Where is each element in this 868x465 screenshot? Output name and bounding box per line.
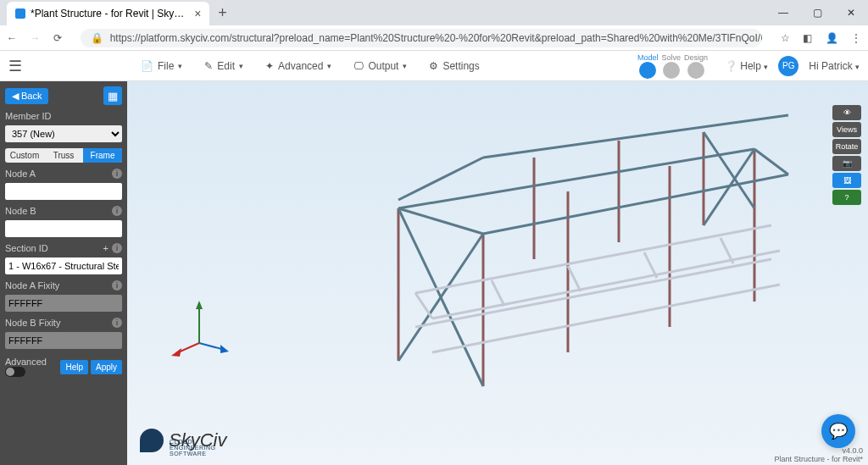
browser-tab[interactable]: *Plant Structure - for Revit | Sky… ×	[7, 2, 209, 25]
tab-truss[interactable]: Truss	[44, 148, 83, 163]
tab-custom[interactable]: Custom	[5, 148, 44, 163]
node-a-label: Node A	[5, 169, 36, 179]
node-b-fixity-input[interactable]	[5, 332, 122, 349]
info-icon[interactable]: i	[112, 243, 122, 253]
pencil-icon: ✎	[204, 60, 213, 72]
svg-line-8	[398, 149, 754, 208]
model-viewport[interactable]: SkyCiv CLOUD ENGINEERING SOFTWARE 💬 v4.0…	[127, 81, 868, 465]
hamburger-icon[interactable]: ☰	[8, 57, 22, 75]
magic-icon: ✦	[265, 60, 274, 72]
user-menu[interactable]: Hi Patrick ▾	[809, 60, 860, 72]
svg-line-12	[398, 158, 483, 200]
apply-button[interactable]: Apply	[91, 360, 122, 374]
node-a-fixity-input[interactable]	[5, 295, 122, 312]
browser-tabstrip: *Plant Structure - for Revit | Sky… × + …	[0, 0, 868, 25]
visibility-button[interactable]: 👁	[832, 105, 861, 120]
lock-icon: 🔒	[91, 32, 103, 44]
properties-panel: ◀ Back ▦ Member ID 357 (New) Custom Trus…	[0, 81, 127, 465]
node-b-input[interactable]	[5, 220, 122, 237]
workflow-model[interactable]: Model	[637, 53, 659, 79]
browser-address-bar: ← → ⟳ 🔒 https://platform.skyciv.com/stru…	[0, 25, 868, 51]
plus-icon[interactable]: +	[103, 243, 108, 253]
app-toolbar: ☰ 📄File▾ ✎Edit▾ ✦Advanced▾ 🖵Output▾ ⚙Set…	[0, 51, 868, 81]
help-button[interactable]: Help	[60, 360, 88, 374]
tab-title: *Plant Structure - for Revit | Sky…	[31, 8, 184, 19]
views-button[interactable]: Views	[832, 122, 861, 137]
brand-logo: SkyCiv CLOUD ENGINEERING SOFTWARE	[140, 429, 226, 452]
datasheet-button[interactable]: ▦	[103, 86, 122, 105]
svg-line-17	[704, 132, 754, 208]
tab-frame[interactable]: Frame	[83, 148, 122, 163]
logo-tagline: CLOUD ENGINEERING SOFTWARE	[170, 439, 226, 457]
structural-model	[364, 107, 805, 395]
node-b-label: Node B	[5, 206, 36, 216]
svg-marker-32	[171, 348, 181, 357]
svg-line-15	[398, 208, 483, 386]
forward-icon[interactable]: →	[30, 32, 40, 44]
svg-line-25	[644, 252, 657, 278]
axis-gizmo	[170, 301, 229, 363]
project-name: Plant Structure - for Revit*	[774, 455, 863, 463]
chat-button[interactable]: 💬	[821, 414, 855, 448]
monitor-icon: 🖵	[353, 60, 364, 72]
svg-line-24	[568, 266, 581, 291]
section-id-label: Section ID	[5, 243, 48, 253]
workflow-steps: Model Solve Design	[637, 53, 708, 79]
info-icon[interactable]: i	[112, 318, 122, 328]
node-b-fixity-label: Node B Fixity	[5, 318, 60, 328]
rotate-button[interactable]: Rotate	[832, 139, 861, 154]
member-type-tabs: Custom Truss Frame	[5, 148, 122, 163]
svg-line-10	[398, 208, 483, 234]
close-icon[interactable]: ×	[194, 7, 201, 20]
bookmark-icon[interactable]: ☆	[781, 32, 790, 44]
svg-line-11	[754, 149, 788, 174]
svg-line-20	[415, 259, 771, 327]
svg-marker-30	[220, 345, 229, 353]
svg-line-9	[483, 174, 788, 234]
advanced-toggle[interactable]	[5, 367, 25, 377]
help-tool-button[interactable]: ?	[832, 190, 861, 205]
camera-button[interactable]: 📷	[832, 156, 861, 171]
info-icon[interactable]: i	[112, 206, 122, 216]
viewport-tools: 👁 Views Rotate 📷 🖼 ?	[832, 105, 861, 205]
back-icon[interactable]: ←	[7, 32, 17, 44]
gear-icon: ⚙	[429, 60, 438, 72]
workflow-design[interactable]: Design	[684, 53, 708, 79]
svg-line-23	[492, 280, 504, 306]
url-field[interactable]: 🔒 https://platform.skyciv.com/structural…	[81, 29, 762, 47]
settings-menu[interactable]: ⚙Settings	[429, 60, 479, 72]
window-maximize-button[interactable]: ▢	[800, 0, 834, 25]
svg-line-18	[415, 225, 771, 293]
version-label: v4.0.0	[774, 446, 863, 455]
browser-menu-icon[interactable]: ⋮	[851, 32, 861, 44]
member-id-select[interactable]: 357 (New)	[5, 125, 122, 142]
chat-icon: 💬	[829, 422, 848, 440]
reload-icon[interactable]: ⟳	[53, 32, 62, 44]
window-close-button[interactable]: ✕	[834, 0, 868, 25]
node-a-input[interactable]	[5, 183, 122, 200]
workflow-solve[interactable]: Solve	[661, 53, 681, 79]
logo-icon	[140, 429, 164, 452]
info-icon[interactable]: i	[112, 169, 122, 179]
favicon	[15, 8, 25, 19]
svg-line-22	[415, 293, 432, 318]
edit-menu[interactable]: ✎Edit▾	[204, 60, 243, 72]
new-tab-button[interactable]: +	[209, 4, 236, 22]
window-minimize-button[interactable]: —	[766, 0, 800, 25]
extension-icon[interactable]: ◧	[803, 32, 812, 44]
advanced-menu[interactable]: ✦Advanced▾	[265, 60, 331, 72]
svg-line-16	[704, 149, 754, 225]
output-menu[interactable]: 🖵Output▾	[353, 60, 407, 72]
advanced-label: Advanced	[5, 357, 47, 367]
footer-info: v4.0.0 Plant Structure - for Revit*	[774, 446, 863, 463]
gallery-button[interactable]: 🖼	[832, 173, 861, 188]
profile-icon[interactable]: 👤	[826, 32, 838, 44]
help-menu[interactable]: ❔ Help ▾	[725, 60, 768, 72]
svg-line-26	[721, 238, 733, 263]
avatar[interactable]: PG	[778, 56, 798, 76]
file-menu[interactable]: 📄File▾	[141, 60, 182, 72]
section-id-input[interactable]	[5, 257, 122, 274]
info-icon[interactable]: i	[112, 280, 122, 291]
svg-marker-28	[196, 301, 203, 309]
back-button[interactable]: ◀ Back	[5, 88, 48, 104]
